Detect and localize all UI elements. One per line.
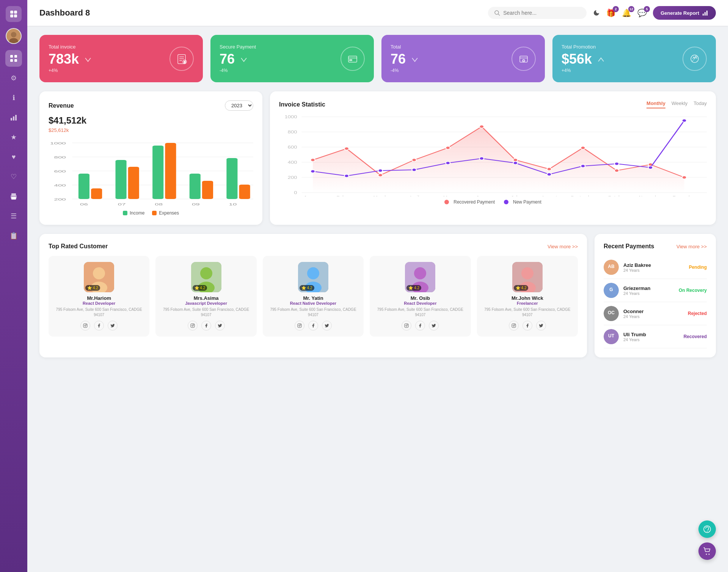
- customer-card-2: ⭐ 4.2 Mr. Yatin React Native Developer 7…: [263, 256, 364, 337]
- stat-icon-total: [511, 47, 536, 71]
- svg-point-76: [378, 174, 383, 177]
- sidebar-item-heart1[interactable]: ♥: [5, 149, 22, 165]
- svg-text:600: 600: [288, 145, 297, 149]
- svg-rect-10: [14, 59, 17, 62]
- rating-badge-4: ⭐ 4.2: [514, 285, 529, 291]
- payment-item-0: AB Aziz Bakree 24 Years Pending: [604, 256, 707, 279]
- facebook-icon-3[interactable]: [415, 321, 425, 331]
- search-input[interactable]: [503, 10, 579, 16]
- twitter-icon-4[interactable]: [536, 321, 546, 331]
- gift-badge: 2: [613, 6, 619, 12]
- instagram-icon-3[interactable]: [402, 321, 411, 331]
- svg-rect-53: [202, 181, 213, 199]
- svg-point-83: [615, 169, 619, 172]
- svg-text:08: 08: [155, 202, 163, 206]
- payment-status-2: Rejected: [688, 311, 707, 316]
- svg-text:200: 200: [288, 176, 297, 180]
- customers-view-more[interactable]: View more >>: [548, 244, 578, 249]
- facebook-icon-0[interactable]: [94, 321, 104, 331]
- instagram-icon-2[interactable]: [295, 321, 304, 331]
- stat-value-payment: 76: [220, 51, 256, 67]
- svg-rect-55: [239, 185, 250, 199]
- svg-rect-48: [116, 160, 127, 199]
- instagram-icon-4[interactable]: [509, 321, 519, 331]
- stat-change-promotion: +4%: [562, 68, 605, 73]
- svg-text:May: May: [443, 195, 453, 196]
- user-avatar[interactable]: [6, 28, 22, 44]
- chart-icon: [702, 10, 708, 16]
- social-icons-1: [188, 321, 225, 331]
- payment-avatar-0: AB: [604, 260, 619, 275]
- header-icons: 🎁 2 🔔 12 💬 5 Generate Report: [593, 6, 716, 20]
- income-dot: [123, 211, 127, 215]
- facebook-icon-4[interactable]: [522, 321, 532, 331]
- customer-avatar-4: ⭐ 4.2: [512, 262, 543, 292]
- sidebar-item-analytics[interactable]: [5, 109, 22, 126]
- sidebar-item-dashboard[interactable]: [5, 50, 22, 67]
- year-select[interactable]: 2023 2022 2021: [225, 100, 253, 111]
- stat-card-total: Total 76 -4%: [381, 35, 545, 82]
- payment-info-2: Oconner 24 Years: [623, 309, 683, 319]
- bell-icon-btn[interactable]: 🔔 12: [622, 8, 631, 17]
- sidebar-item-favorites[interactable]: ★: [5, 129, 22, 146]
- payment-name-1: Griezerman: [623, 285, 674, 291]
- tab-today[interactable]: Today: [693, 100, 707, 108]
- svg-rect-12: [13, 116, 14, 121]
- svg-rect-7: [10, 55, 13, 58]
- facebook-icon-1[interactable]: [201, 321, 211, 331]
- customer-role-3: React Developer: [404, 301, 436, 306]
- customer-name-2: Mr. Yatin: [303, 295, 323, 301]
- rating-badge-1: ⭐ 4.2: [193, 285, 207, 291]
- generate-report-button[interactable]: Generate Report: [653, 6, 716, 20]
- svg-point-133: [408, 324, 408, 325]
- sidebar-item-list[interactable]: ☰: [5, 208, 22, 224]
- svg-point-77: [412, 158, 416, 161]
- svg-text:10: 10: [229, 202, 237, 206]
- svg-text:0: 0: [294, 191, 297, 195]
- svg-rect-21: [704, 12, 706, 16]
- fab-support[interactable]: [698, 520, 716, 538]
- stat-icon-invoice: $: [169, 47, 194, 71]
- twitter-icon-3[interactable]: [429, 321, 439, 331]
- facebook-icon-2[interactable]: [308, 321, 318, 331]
- revenue-chart-legend: Income Expenses: [49, 210, 253, 216]
- svg-text:August: August: [541, 195, 558, 196]
- svg-text:AB: AB: [608, 264, 615, 269]
- customer-role-4: Freelancer: [517, 301, 538, 306]
- svg-point-95: [615, 162, 619, 165]
- sidebar-item-heart2[interactable]: ♡: [5, 168, 22, 185]
- chat-icon-btn[interactable]: 💬 5: [637, 8, 647, 17]
- sidebar-item-clipboard[interactable]: 📋: [5, 227, 22, 244]
- sidebar-item-settings[interactable]: ⚙: [5, 70, 22, 86]
- twitter-icon-2[interactable]: [322, 321, 332, 331]
- instagram-icon-0[interactable]: [80, 321, 90, 331]
- sidebar-logo[interactable]: [6, 6, 22, 22]
- customer-address-2: 795 Folsom Ave, Suite 600 San Francisco,…: [269, 307, 358, 318]
- sidebar-item-print[interactable]: [5, 188, 22, 205]
- svg-rect-16: [11, 197, 16, 199]
- payment-avatar-3: UT: [604, 329, 619, 344]
- theme-toggle[interactable]: [593, 9, 600, 17]
- twitter-icon-1[interactable]: [215, 321, 225, 331]
- instagram-icon-1[interactable]: [188, 321, 198, 331]
- fab-cart[interactable]: [698, 542, 716, 560]
- invoice-card-header: Invoice Statistic Monthly Weekly Today: [279, 100, 707, 108]
- svg-rect-0: [10, 11, 13, 14]
- svg-text:600: 600: [54, 169, 66, 173]
- payments-view-more[interactable]: View more >>: [676, 244, 707, 249]
- stat-value-promotion: $56k: [562, 51, 605, 67]
- tab-monthly[interactable]: Monthly: [646, 100, 665, 108]
- customer-card-0: ⭐ 4.2 Mr.Hariom React Developer 795 Fols…: [49, 256, 149, 337]
- customer-name-4: Mr.John Wick: [511, 295, 543, 301]
- stat-label-total: Total: [391, 44, 419, 50]
- customer-address-1: 795 Folsom Ave, Suite 600 San Francisco,…: [162, 307, 250, 318]
- twitter-icon-0[interactable]: [108, 321, 118, 331]
- sidebar-item-info[interactable]: ℹ: [5, 89, 22, 106]
- gift-icon-btn[interactable]: 🎁 2: [606, 8, 616, 17]
- tab-weekly[interactable]: Weekly: [672, 100, 687, 108]
- revenue-bar-chart: 1000 800 600 400 200: [49, 139, 253, 207]
- search-bar[interactable]: [488, 7, 587, 19]
- svg-rect-29: [348, 56, 357, 62]
- svg-point-91: [479, 157, 484, 160]
- trend-down-icon: [84, 56, 92, 64]
